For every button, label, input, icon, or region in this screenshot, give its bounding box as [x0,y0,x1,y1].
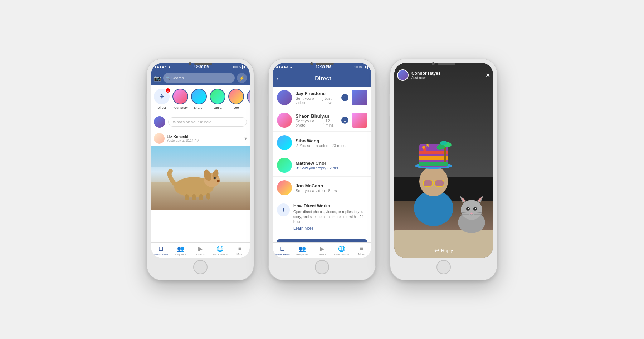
svg-point-5 [214,177,216,179]
jon-avatar [277,180,292,195]
direct-badge: 2 [165,88,170,93]
post-composer[interactable]: What's on your mind? [151,113,250,131]
leo-avatar [228,89,244,104]
progress-bar-3 [460,67,490,67]
svg-point-38 [468,208,469,209]
dm-item-jay[interactable]: Jay Firestone Sent you a video · Just no… [273,87,371,109]
tab-requests-2[interactable]: 👥 Requests [292,243,312,258]
shaon-subtitle-text: Sent you a photo [296,119,322,127]
direct-info-text: How Direct Works Open direct photos, vid… [293,203,367,230]
svg-point-28 [422,146,425,149]
tab-more-1[interactable]: ≡ More [230,243,250,258]
phone-2-nav: ‹ Direct [273,71,371,87]
progress-bar-2 [429,67,459,67]
leo-label: Leo [233,106,239,109]
tab-newsfeed-1[interactable]: ⊟ News Feed [151,243,171,258]
svg-rect-21 [419,156,448,160]
tab-more-2[interactable]: ≡ More [352,243,371,258]
sharon-wrapper [191,89,207,104]
your-story-avatar [172,89,188,104]
phone-1-nav: 📷 🔍 Search ⚡ [151,71,250,85]
post-meta: Liz Keneski Yesterday at 10:14 PM [167,134,199,142]
phone-1-screen: ▲ 12:30 PM 100% ▮ 📷 🔍 Search ⚡ [151,63,250,258]
story-laura[interactable]: Laura [210,89,225,109]
phone-2: ▲ 12:30 PM 100% ▮ ‹ Direct Jay Fire [268,59,376,280]
dm-item-jon[interactable]: Jon McCann Sent you a video · 8 hrs [273,177,371,199]
phone-3: Connor Hayes Just now ··· ✕ ↩ Reply [390,59,497,280]
story-reply-bar[interactable]: ↩ Reply [399,247,489,254]
story-couch [394,230,493,258]
sibo-avatar [277,135,292,150]
phone-3-screen: Connor Hayes Just now ··· ✕ ↩ Reply [394,63,493,258]
newsfeed-label: News Feed [153,253,168,256]
sky [151,146,250,167]
composer-input[interactable]: What's on your mind? [168,117,247,127]
tab-notifications-1[interactable]: 🌐 Notifications [210,243,230,258]
direct-list: Jay Firestone Sent you a video · Just no… [273,87,371,242]
messenger-icon[interactable]: ⚡ [237,73,247,83]
requests-icon: 👥 [177,245,184,252]
requests-icon-2: 👥 [299,245,306,252]
cat-svg [455,194,488,233]
story-sharon[interactable]: Sharon [191,89,207,109]
tab-requests-1[interactable]: 👥 Requests [171,243,190,258]
svg-point-4 [217,180,220,182]
laura-label: Laura [213,106,221,109]
matthew-info: Matthew Choi 👁 Saw your reply · 2 hrs [296,161,367,170]
search-icon: 🔍 [166,76,170,80]
newsfeed-icon-2: ⊟ [280,245,285,252]
notifications-label: Notifications [212,253,228,256]
search-placeholder: Search [171,76,184,80]
phone-2-camera [310,62,313,65]
sharon-label: Sharon [194,106,204,109]
story-more-button[interactable]: ··· [477,72,481,78]
tab-newsfeed-2[interactable]: ⊟ News Feed [273,243,292,258]
story-your-story[interactable]: Your Story [172,89,188,109]
post-time: Yesterday at 10:14 PM [167,139,199,142]
story-close-button[interactable]: ✕ [486,72,490,79]
svg-rect-22 [419,162,448,166]
tab-notifications-2[interactable]: 🌐 Notifications [332,243,352,258]
dm-item-matthew[interactable]: Matthew Choi 👁 Saw your reply · 2 hrs [273,154,371,177]
story-user-name: Connor Hayes [411,71,474,76]
tab-videos-2[interactable]: ▶ Videos [312,243,332,258]
reply-button[interactable]: ↩ Reply [434,247,453,254]
sibo-dot: · [330,143,331,148]
story-leo[interactable]: Leo [228,89,244,109]
composer-avatar [154,116,165,128]
story-user-header: Connor Hayes Just now ··· ✕ [397,69,490,81]
story-asho[interactable]: Asho... [247,89,250,109]
videos-label: Videos [196,253,205,256]
phone-1: ▲ 12:30 PM 100% ▮ 📷 🔍 Search ⚡ [147,59,254,280]
reply-label: Reply [441,248,453,253]
phones-container: ▲ 12:30 PM 100% ▮ 📷 🔍 Search ⚡ [132,44,512,295]
tab-videos-1[interactable]: ▶ Videos [190,243,210,258]
jay-avatar [277,90,292,105]
story-direct-label: Direct [157,106,166,109]
home-button-3[interactable] [436,260,451,274]
story-view: Connor Hayes Just now ··· ✕ ↩ Reply [394,63,493,258]
matthew-time: 2 hrs [330,166,338,170]
laura-wrapper [210,89,225,104]
story-direct[interactable]: ✈ 2 Direct [154,89,170,109]
send-photo-video-button[interactable]: 📷 Send Photo/Video [277,239,367,242]
sent-arrow-icon: ↗ [296,143,298,147]
notifications-icon-2: 🌐 [338,245,345,252]
asho-wrapper [247,89,250,104]
composer-placeholder: What's on your mind? [173,120,211,124]
dog-image [151,146,250,210]
jay-subtitle: Sent you a video · Just now [296,96,338,105]
svg-point-39 [475,208,476,209]
jon-info: Jon McCann Sent you a video · 8 hrs [296,183,367,193]
post-expand-icon[interactable]: ▾ [244,136,247,141]
learn-more-link[interactable]: Learn More [293,226,367,230]
dm-item-shaon[interactable]: Shaon Bhuiyan Sent you a photo · 12 mins… [273,109,371,132]
phone-2-screen: ▲ 12:30 PM 100% ▮ ‹ Direct Jay Fire [273,63,371,258]
p1-search-bar[interactable]: 🔍 Search [163,73,235,83]
dm-item-sibo[interactable]: Sibo Wang ↗ You sent a video · 23 mins [273,132,371,154]
sharon-avatar [191,89,207,104]
jay-dot: · [322,98,323,103]
p1-camera-icon[interactable]: 📷 [154,75,161,82]
home-button-2[interactable] [315,260,329,274]
home-button-1[interactable] [193,260,208,274]
